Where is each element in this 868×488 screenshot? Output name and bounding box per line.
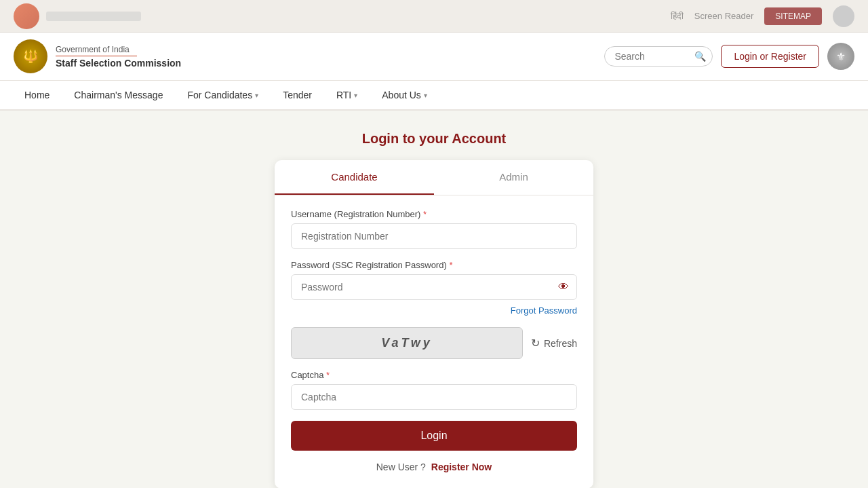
tab-admin[interactable]: Admin [434, 160, 593, 195]
login-form: Username (Registration Number) * Passwor… [275, 195, 593, 472]
captcha-row: VaTwy ↻ Refresh [291, 327, 577, 359]
search-input[interactable] [614, 51, 689, 62]
login-card: Candidate Admin Username (Registration N… [275, 160, 593, 488]
nav-rti[interactable]: RTI ▾ [326, 81, 368, 109]
forgot-password-link[interactable]: Forgot Password [511, 305, 577, 316]
eye-toggle-icon[interactable]: 👁 [558, 281, 569, 293]
required-star: * [326, 370, 330, 380]
nav-tender[interactable]: Tender [272, 81, 323, 109]
refresh-icon: ↻ [531, 337, 540, 350]
username-group: Username (Registration Number) * [291, 209, 577, 249]
chevron-down-icon: ▾ [424, 92, 427, 99]
captcha-label: Captcha * [291, 370, 577, 380]
required-star: * [449, 260, 452, 270]
captcha-group: Captcha * [291, 370, 577, 410]
search-icon: 🔍 [694, 51, 706, 62]
password-wrapper: 👁 [291, 274, 577, 300]
password-group: Password (SSC Registration Password) * 👁… [291, 260, 577, 316]
org-info: Government of India Staff Selection Comm… [56, 45, 181, 69]
page-title: Login to your Account [362, 131, 507, 147]
nav-about-us[interactable]: About Us ▾ [371, 81, 438, 109]
register-row: New User ? Register Now [291, 462, 577, 472]
tab-candidate[interactable]: Candidate [275, 160, 434, 195]
username-label: Username (Registration Number) * [291, 209, 577, 219]
captcha-image: VaTwy [291, 327, 523, 359]
site-header: 🔱 Government of India Staff Selection Co… [0, 33, 868, 81]
login-register-button[interactable]: Login or Register [721, 45, 819, 68]
password-label: Password (SSC Registration Password) * [291, 260, 577, 270]
top-bar-right: हिंदी Screen Reader SITEMAP [671, 5, 854, 27]
login-tabs: Candidate Admin [275, 160, 593, 195]
nav-for-candidates[interactable]: For Candidates ▾ [176, 81, 269, 109]
top-avatar [833, 5, 854, 27]
screen-reader-link[interactable]: Screen Reader [694, 11, 753, 21]
hindi-link[interactable]: हिंदी [671, 11, 684, 22]
password-input[interactable] [291, 274, 577, 300]
org-divider [56, 56, 137, 56]
top-text-placeholder [46, 12, 141, 21]
emblem-right-icon: ⚜ [827, 43, 854, 70]
forgot-password-link-container: Forgot Password [291, 304, 577, 316]
chevron-down-icon: ▾ [255, 92, 258, 99]
captcha-input[interactable] [291, 384, 577, 410]
search-box[interactable]: 🔍 [604, 46, 713, 67]
top-bar-left [14, 3, 141, 29]
nav-chairmans-message[interactable]: Chairman's Message [63, 81, 174, 109]
chevron-down-icon: ▾ [354, 92, 357, 99]
top-bar: हिंदी Screen Reader SITEMAP [0, 0, 868, 33]
register-now-link[interactable]: Register Now [431, 462, 492, 472]
new-user-text: New User ? [376, 462, 426, 472]
required-star: * [423, 209, 427, 219]
main-content: Login to your Account Candidate Admin Us… [0, 111, 868, 488]
main-nav: Home Chairman's Message For Candidates ▾… [0, 81, 868, 111]
top-logo-placeholder [14, 3, 39, 29]
sitemap-button[interactable]: SITEMAP [764, 7, 822, 25]
header-actions: 🔍 Login or Register ⚜ [604, 43, 854, 70]
nav-home[interactable]: Home [14, 81, 60, 109]
emblem-icon: 🔱 [14, 39, 47, 73]
login-button[interactable]: Login [291, 421, 577, 451]
refresh-captcha-button[interactable]: ↻ Refresh [531, 337, 577, 350]
org-gov-label: Government of India [56, 45, 181, 54]
username-input[interactable] [291, 223, 577, 249]
header-logo-area: 🔱 Government of India Staff Selection Co… [14, 39, 181, 73]
org-name-label: Staff Selection Commission [56, 58, 181, 69]
